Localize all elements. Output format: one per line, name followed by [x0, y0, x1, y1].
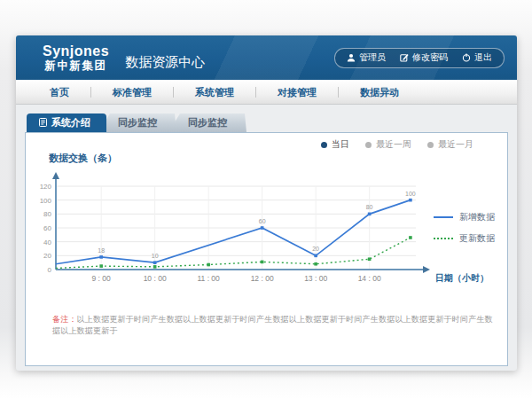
tab-sync-monitor-2[interactable]: 同步监控 [168, 113, 246, 132]
app-header: Synjones 新中新集团 数据资源中心 管理员 修改密码 退出 [16, 35, 517, 80]
document-icon [39, 118, 47, 129]
svg-text:18: 18 [98, 247, 105, 254]
nav-item-home[interactable]: 首页 [28, 87, 91, 98]
nav-item-data-change[interactable]: 数据异动 [339, 87, 420, 98]
logout-label: 退出 [474, 51, 492, 64]
svg-text:60: 60 [43, 224, 51, 232]
power-icon [462, 53, 471, 62]
svg-text:10 : 00: 10 : 00 [144, 274, 167, 283]
legend-update-data-label: 更新数据 [459, 232, 495, 245]
period-selector: 当日 最近一周 最近一月 [321, 138, 473, 151]
svg-text:14 : 00: 14 : 00 [358, 274, 381, 283]
svg-text:80: 80 [43, 210, 51, 218]
nav-item-standard-mgmt[interactable]: 标准管理 [91, 87, 174, 98]
legend-new-data-label: 新增数据 [459, 211, 495, 223]
y-axis-title: 数据交换（条） [49, 152, 117, 165]
svg-text:100: 100 [40, 197, 52, 205]
svg-text:100: 100 [405, 191, 416, 197]
svg-text:日期（小时）: 日期（小时） [435, 273, 489, 283]
admin-user-button[interactable]: 管理员 [347, 51, 386, 64]
svg-text:12 : 00: 12 : 00 [251, 274, 274, 283]
logo-text-en: Synjones [43, 43, 109, 59]
change-password-label: 修改密码 [412, 51, 448, 64]
company-logo: Synjones 新中新集团 [43, 43, 109, 73]
period-option-today-label: 当日 [332, 138, 349, 151]
svg-text:20: 20 [43, 252, 51, 260]
tab-system-intro-label: 系统介绍 [51, 116, 90, 129]
svg-text:80: 80 [366, 204, 373, 210]
svg-text:20: 20 [312, 246, 319, 252]
period-option-last-month-label: 最近一月 [438, 138, 473, 151]
svg-text:120: 120 [40, 183, 52, 191]
period-option-last-week[interactable]: 最近一周 [365, 138, 411, 151]
tab-sync-monitor-1[interactable]: 同步监控 [98, 113, 176, 132]
svg-text:40: 40 [43, 239, 51, 246]
radio-dot-icon [427, 142, 434, 148]
solid-line-sample-icon [434, 216, 453, 218]
tab-bar: 系统介绍 同步监控 同步监控 [27, 113, 508, 132]
tab-sync-monitor-2-label: 同步监控 [188, 116, 227, 129]
period-option-last-week-label: 最近一周 [376, 138, 411, 151]
tab-system-intro[interactable]: 系统介绍 [27, 113, 106, 132]
footnote-text: 以上数据更新于时间产生数据以上数据更新于时间产生数据以上数据更新于时间产生数据以… [52, 315, 493, 335]
app-window: Synjones 新中新集团 数据资源中心 管理员 修改密码 退出 [16, 35, 517, 371]
chart-panel: 当日 最近一周 最近一月 数据交换（条） 0204060801001209 : … [25, 132, 508, 366]
svg-text:60: 60 [259, 218, 266, 224]
main-nav: 首页 标准管理 系统管理 对接管理 数据异动 [16, 80, 517, 105]
period-option-today[interactable]: 当日 [321, 138, 349, 151]
change-password-button[interactable]: 修改密码 [400, 51, 448, 64]
logout-button[interactable]: 退出 [462, 51, 492, 64]
dotted-line-sample-icon [434, 238, 453, 239]
user-toolbar: 管理员 修改密码 退出 [334, 48, 505, 68]
nav-item-interface-mgmt[interactable]: 对接管理 [256, 87, 339, 98]
legend-item-new-data[interactable]: 新增数据 [434, 211, 495, 223]
period-option-last-month[interactable]: 最近一月 [427, 138, 473, 151]
svg-text:10: 10 [152, 253, 159, 259]
chart-legend: 新增数据 更新数据 [434, 211, 495, 254]
svg-text:9 : 00: 9 : 00 [92, 274, 112, 283]
admin-user-label: 管理员 [359, 51, 386, 64]
user-icon [347, 53, 356, 62]
legend-item-update-data[interactable]: 更新数据 [434, 232, 495, 245]
tab-sync-monitor-1-label: 同步监控 [118, 116, 157, 129]
footnote-prefix: 备注： [52, 315, 77, 324]
svg-text:11 : 00: 11 : 00 [197, 274, 220, 283]
footnote: 备注：以上数据更新于时间产生数据以上数据更新于时间产生数据以上数据更新于时间产生… [52, 314, 493, 337]
logo-text-cn: 新中新集团 [43, 59, 109, 72]
svg-text:0: 0 [48, 266, 52, 274]
radio-dot-icon [365, 142, 372, 148]
nav-item-system-mgmt[interactable]: 系统管理 [174, 87, 256, 98]
page-title: 数据资源中心 [125, 45, 205, 71]
svg-text:13 : 00: 13 : 00 [304, 274, 327, 283]
content-area: 系统介绍 同步监控 同步监控 当日 最近一周 [16, 105, 517, 366]
edit-icon [400, 53, 409, 62]
radio-dot-selected-icon [321, 142, 327, 148]
